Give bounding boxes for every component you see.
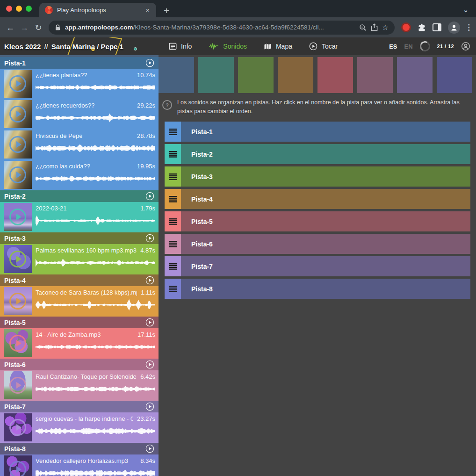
drag-handle[interactable] (165, 144, 181, 164)
track-row-bar[interactable]: Pista-7 (181, 256, 470, 276)
address-bar[interactable]: app.antropoloops.com/Kleos-Santa-Marina/… (49, 21, 395, 35)
sidebar-track-header[interactable]: Pista-5 (0, 317, 159, 328)
track-row-bar[interactable]: Pista-2 (181, 144, 470, 164)
audio-clip[interactable]: ¿¿tienes recuerdos?? 29.22s (0, 99, 159, 130)
track-play-icon[interactable] (145, 276, 154, 285)
clip-waveform[interactable] (36, 424, 155, 439)
clip-play-icon[interactable] (9, 106, 26, 123)
clip-thumbnail[interactable] (4, 130, 32, 159)
profile-avatar[interactable] (448, 22, 460, 34)
sidebar-track-header[interactable]: Pista-3 (0, 232, 159, 244)
browser-menu-kebab-icon[interactable]: ⋮ (465, 22, 471, 32)
audio-clip[interactable]: sergio cuevas - la harpe indienne - 03 -… (0, 412, 159, 443)
audio-clip[interactable]: ¿¿tienes plantas?? 10.74s (0, 69, 159, 99)
sidebar-track-header[interactable]: Pista-6 (0, 359, 159, 370)
tab-close-icon[interactable]: × (144, 6, 151, 14)
track-play-icon[interactable] (145, 234, 154, 243)
track-row[interactable]: Pista-2 (165, 144, 470, 164)
track-swatch[interactable] (198, 57, 234, 93)
forward-button[interactable]: → (19, 23, 30, 32)
project-map-thumbnail[interactable]: Kleos 2022//Santa Marina / Pepe 1 (0, 37, 159, 55)
sidebar-track-header[interactable]: Pista-1 (0, 57, 159, 69)
lock-icon[interactable] (55, 24, 61, 31)
track-swatch[interactable] (397, 57, 433, 93)
audio-clip[interactable]: Hiviscus de Pepe 28.78s (0, 130, 159, 160)
tab-search-chevron-icon[interactable]: ⌄ (463, 6, 469, 14)
sidebar-track-header[interactable]: Pista-8 (0, 443, 159, 454)
clip-play-icon[interactable] (9, 251, 26, 267)
url-text[interactable]: app.antropoloops.com/Kleos-Santa-Marina/… (65, 24, 355, 31)
account-icon[interactable] (461, 42, 470, 51)
track-row-bar[interactable]: Pista-3 (181, 166, 470, 187)
lang-en-button[interactable]: EN (404, 43, 412, 50)
audio-clip[interactable]: ¿¿como las cuida?? 19.95s (0, 160, 159, 190)
clip-play-icon[interactable] (9, 136, 26, 153)
track-play-icon[interactable] (145, 192, 154, 201)
extensions-puzzle-icon[interactable] (418, 23, 426, 32)
drag-handle[interactable] (165, 122, 181, 142)
clip-play-icon[interactable] (9, 209, 26, 225)
clip-thumbnail[interactable] (4, 70, 32, 98)
clip-thumbnail[interactable] (4, 287, 32, 315)
track-play-icon[interactable] (145, 58, 154, 67)
clip-waveform[interactable] (36, 466, 155, 476)
clip-play-icon[interactable] (9, 335, 26, 352)
minimize-window-button[interactable] (16, 6, 22, 12)
track-play-icon[interactable] (145, 318, 154, 327)
clip-waveform[interactable] (36, 141, 155, 156)
drag-handle[interactable] (165, 279, 181, 299)
close-window-button[interactable] (6, 6, 12, 12)
clip-thumbnail[interactable] (4, 203, 32, 231)
reload-button[interactable]: ↻ (33, 23, 44, 32)
clip-play-icon[interactable] (9, 377, 26, 394)
track-swatch[interactable] (238, 57, 274, 93)
audio-clip[interactable]: Raul Cantizano- Toque por Solenoide.mp3 … (0, 370, 159, 401)
drag-handle[interactable] (165, 211, 181, 231)
clip-play-icon[interactable] (9, 461, 26, 476)
clip-waveform[interactable] (36, 255, 155, 270)
zoom-window-button[interactable] (26, 6, 32, 12)
track-row[interactable]: Pista-7 (165, 256, 470, 276)
drag-handle[interactable] (165, 234, 181, 254)
track-play-icon[interactable] (145, 444, 154, 453)
audio-clip[interactable]: 2022-03-21 1.79s (0, 202, 159, 232)
clip-play-icon[interactable] (9, 166, 26, 183)
zoom-page-icon[interactable] (359, 24, 367, 31)
track-row[interactable]: Pista-5 (165, 211, 470, 231)
clip-thumbnail[interactable] (4, 371, 32, 399)
clip-waveform[interactable] (36, 297, 155, 312)
nav-item-info[interactable]: Info (169, 43, 192, 50)
clip-thumbnail[interactable] (4, 161, 32, 189)
record-extension-icon[interactable] (401, 22, 411, 32)
sidebar-track-header[interactable]: Pista-7 (0, 401, 159, 412)
nav-item-mapa[interactable]: Mapa (264, 43, 292, 50)
share-icon[interactable] (371, 23, 378, 31)
track-swatch[interactable] (278, 57, 313, 93)
new-tab-button[interactable]: + (164, 6, 169, 15)
track-row-bar[interactable]: Pista-8 (181, 279, 470, 299)
drag-handle[interactable] (165, 166, 181, 187)
lang-es-button[interactable]: ES (389, 43, 397, 50)
audio-clip[interactable]: 14 - Aire de Zamba.mp3 17.11s (0, 328, 159, 359)
clip-waveform[interactable] (36, 382, 155, 397)
track-row[interactable]: Pista-8 (165, 279, 470, 299)
track-row-bar[interactable]: Pista-4 (181, 189, 470, 209)
clip-thumbnail[interactable] (4, 455, 32, 476)
clip-waveform[interactable] (36, 339, 155, 354)
side-panel-icon[interactable] (433, 23, 441, 31)
clip-waveform[interactable] (36, 213, 155, 228)
track-row[interactable]: Pista-3 (165, 166, 470, 187)
clip-play-icon[interactable] (9, 293, 26, 310)
clip-thumbnail[interactable] (4, 329, 32, 357)
clip-thumbnail[interactable] (4, 413, 32, 441)
track-swatch[interactable] (437, 57, 472, 93)
track-row-bar[interactable]: Pista-5 (181, 211, 470, 231)
track-row[interactable]: Pista-4 (165, 189, 470, 209)
clip-waveform[interactable] (36, 171, 155, 186)
clip-thumbnail[interactable] (4, 245, 32, 273)
drag-handle[interactable] (165, 256, 181, 276)
bookmark-star-icon[interactable]: ☆ (382, 23, 389, 32)
track-row-bar[interactable]: Pista-6 (181, 234, 470, 254)
clip-thumbnail[interactable] (4, 100, 32, 128)
track-play-icon[interactable] (145, 360, 154, 369)
